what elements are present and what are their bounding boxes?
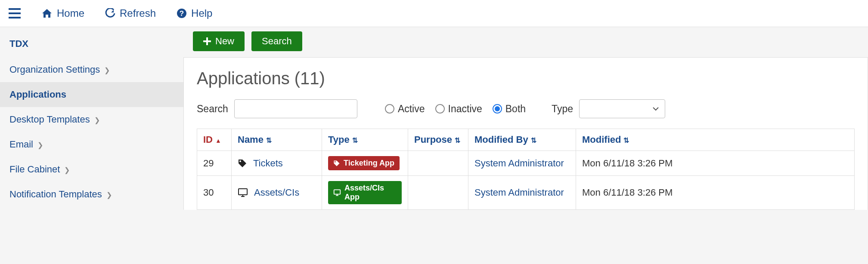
radio-label: Inactive (448, 103, 482, 115)
radio-icon (385, 104, 394, 114)
svg-rect-6 (203, 40, 211, 42)
content-panel: Applications (11) Search Active Inactive (183, 57, 868, 210)
cell-purpose (408, 151, 468, 176)
sidebar-item-desktop-templates[interactable]: Desktop Templates ❯ (0, 107, 183, 132)
sidebar-item-label: Email (9, 139, 33, 150)
menu-toggle-icon[interactable] (9, 8, 21, 18)
svg-rect-12 (334, 190, 341, 194)
svg-rect-1 (9, 12, 21, 14)
table-row: 30 Assets/CIs (197, 176, 855, 210)
search-button[interactable]: Search (251, 31, 302, 51)
sidebar-item-label: Organization Settings (9, 64, 100, 75)
radio-label: Active (398, 103, 425, 115)
monitor-icon (333, 189, 341, 196)
cell-modified: Mon 6/11/18 3:26 PM (576, 151, 855, 176)
chevron-right-icon: ❯ (64, 166, 70, 174)
home-label: Home (57, 7, 84, 19)
name-link[interactable]: Assets/CIs (254, 187, 299, 198)
type-field-label: Type (552, 103, 573, 115)
cell-type: Ticketing App (322, 151, 408, 176)
cell-id: 29 (197, 151, 232, 176)
sidebar-item-notification-templates[interactable]: Notification Templates ❯ (0, 182, 183, 207)
column-header-modified-by[interactable]: Modified By⇅ (468, 129, 576, 151)
tag-icon (238, 159, 247, 168)
sidebar-item-organization-settings[interactable]: Organization Settings ❯ (0, 57, 183, 82)
sidebar-item-label: Notification Templates (9, 189, 102, 200)
svg-point-8 (335, 161, 336, 162)
applications-table: ID▲ Name⇅ Type⇅ Purpose⇅ (197, 129, 855, 210)
cell-modified-by: System Administrator (468, 151, 576, 176)
svg-point-7 (239, 160, 241, 162)
chevron-right-icon: ❯ (37, 141, 43, 149)
tag-icon (333, 160, 340, 167)
cell-type: Assets/CIs App (322, 176, 408, 210)
sidebar-item-label: Desktop Templates (9, 114, 90, 125)
radio-both[interactable]: Both (493, 103, 526, 115)
column-header-name[interactable]: Name⇅ (232, 129, 322, 151)
action-toolbar: New Search (183, 31, 868, 57)
column-header-modified[interactable]: Modified⇅ (576, 129, 855, 151)
sidebar-item-email[interactable]: Email ❯ (0, 132, 183, 157)
help-link[interactable]: ? Help (177, 7, 212, 19)
svg-rect-2 (9, 17, 21, 18)
sidebar: TDX Organization Settings ❯ Applications… (0, 27, 183, 210)
monitor-icon (238, 188, 248, 197)
refresh-icon (105, 8, 115, 18)
type-badge: Ticketing App (328, 156, 400, 170)
cell-purpose (408, 176, 468, 210)
type-select[interactable] (579, 99, 665, 118)
help-icon: ? (177, 8, 187, 18)
status-radio-group: Active Inactive Both (385, 103, 526, 115)
sidebar-item-label: Applications (9, 89, 66, 100)
radio-inactive[interactable]: Inactive (435, 103, 482, 115)
column-header-type[interactable]: Type⇅ (322, 129, 408, 151)
cell-name: Assets/CIs (232, 176, 322, 210)
cell-modified: Mon 6/11/18 3:26 PM (576, 176, 855, 210)
svg-text:?: ? (180, 9, 184, 18)
chevron-down-icon (653, 107, 659, 111)
sort-icon: ⇅ (352, 137, 358, 144)
sidebar-item-label: File Cabinet (9, 164, 60, 175)
sidebar-item-file-cabinet[interactable]: File Cabinet ❯ (0, 157, 183, 182)
table-row: 29 Tickets (197, 151, 855, 176)
sort-icon: ⇅ (623, 137, 629, 144)
search-field-label: Search (197, 103, 228, 115)
plus-icon (203, 37, 211, 45)
refresh-label: Refresh (120, 7, 156, 19)
modified-by-link[interactable]: System Administrator (474, 187, 564, 198)
cell-id: 30 (197, 176, 232, 210)
svg-rect-0 (9, 8, 21, 10)
radio-icon (493, 104, 502, 114)
sort-icon: ⇅ (455, 137, 460, 144)
page-title: Applications (11) (197, 69, 855, 88)
brand-label: TDX (0, 35, 183, 57)
chevron-right-icon: ❯ (104, 66, 110, 74)
search-input[interactable] (234, 99, 357, 118)
sidebar-item-applications[interactable]: Applications (0, 82, 183, 107)
chevron-right-icon: ❯ (94, 116, 100, 124)
cell-name: Tickets (232, 151, 322, 176)
main-content: New Search Applications (11) Search Acti… (183, 27, 868, 210)
search-label: Search (262, 36, 292, 47)
new-button[interactable]: New (193, 31, 245, 51)
name-link[interactable]: Tickets (253, 158, 283, 169)
sort-icon: ⇅ (266, 137, 272, 144)
help-label: Help (191, 7, 212, 19)
svg-rect-9 (239, 189, 247, 195)
column-header-id[interactable]: ID▲ (197, 129, 232, 151)
refresh-link[interactable]: Refresh (105, 7, 156, 19)
column-header-purpose[interactable]: Purpose⇅ (408, 129, 468, 151)
radio-icon (435, 104, 445, 114)
home-link[interactable]: Home (41, 7, 84, 19)
radio-active[interactable]: Active (385, 103, 425, 115)
sort-icon: ⇅ (531, 137, 536, 144)
type-badge: Assets/CIs App (328, 181, 402, 204)
chevron-right-icon: ❯ (106, 191, 112, 199)
sort-asc-icon: ▲ (215, 137, 221, 144)
cell-modified-by: System Administrator (468, 176, 576, 210)
top-nav-bar: Home Refresh ? Help (0, 0, 868, 27)
home-icon (41, 8, 53, 18)
new-label: New (215, 36, 234, 47)
radio-label: Both (505, 103, 526, 115)
modified-by-link[interactable]: System Administrator (474, 158, 564, 169)
